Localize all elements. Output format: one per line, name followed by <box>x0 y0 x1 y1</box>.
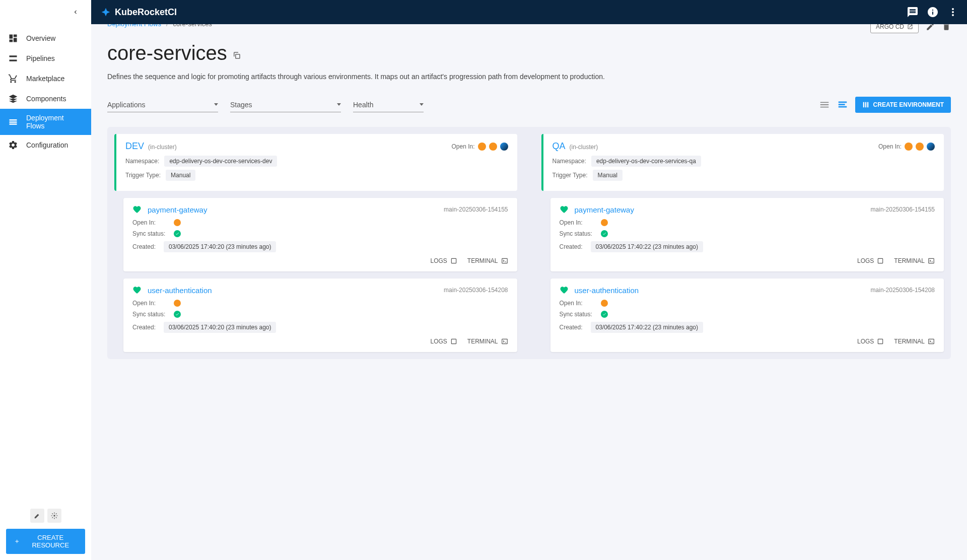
svg-rect-6 <box>878 258 883 263</box>
logs-icon <box>877 257 884 264</box>
logo[interactable]: KubeRocketCI <box>101 7 177 18</box>
sidebar-item-overview[interactable]: Overview <box>0 28 91 48</box>
external-link-icon <box>907 24 913 30</box>
heart-icon <box>560 286 569 295</box>
stage-header: QA (in-cluster) Open In: Namespace:edp-d… <box>541 134 944 191</box>
sidebar-label: Marketplace <box>26 75 64 83</box>
grafana-icon[interactable] <box>489 143 497 151</box>
sync-status-icon <box>601 311 608 318</box>
create-environment-button[interactable]: CREATE ENVIRONMENT <box>855 97 951 113</box>
heart-icon <box>132 205 142 214</box>
terminal-button[interactable]: TERMINAL <box>894 338 935 345</box>
stage-openin: Open In: <box>451 143 508 151</box>
svg-rect-7 <box>929 258 934 263</box>
created-chip: 03/06/2025 17:40:20 (23 minutes ago) <box>164 322 276 333</box>
sidebar-label: Components <box>26 95 66 103</box>
view-stacked-icon[interactable] <box>837 99 848 110</box>
argocd-icon[interactable] <box>905 143 913 151</box>
terminal-icon <box>501 338 508 345</box>
openin-app-icon[interactable] <box>174 219 181 226</box>
sidebar-label: Overview <box>26 34 55 42</box>
svg-rect-9 <box>929 339 934 343</box>
caret-icon <box>420 103 424 106</box>
topbar-actions <box>907 6 959 18</box>
namespace-chip: edp-delivery-os-dev-core-services-qa <box>591 156 701 167</box>
heart-icon <box>132 286 142 295</box>
kibana-icon[interactable] <box>500 143 508 151</box>
sidebar-item-components[interactable]: Components <box>0 89 91 109</box>
chat-icon[interactable] <box>907 6 919 18</box>
svg-rect-3 <box>502 258 507 263</box>
terminal-button[interactable]: TERMINAL <box>467 257 508 264</box>
sidebar-label: Configuration <box>26 141 68 149</box>
argocd-icon[interactable] <box>478 143 486 151</box>
terminal-icon <box>928 338 935 345</box>
created-chip: 03/06/2025 17:40:22 (23 minutes ago) <box>591 322 703 333</box>
terminal-button[interactable]: TERMINAL <box>467 338 508 345</box>
cart-icon <box>8 74 18 84</box>
sidebar-label: Deployment Flows <box>26 114 83 130</box>
logs-icon <box>450 338 457 345</box>
controls-row: Applications Stages Health CREATE ENVIRO… <box>107 97 951 113</box>
more-vert-icon[interactable] <box>947 6 959 18</box>
app-card: user-authentication main-20250306-154208… <box>550 278 944 352</box>
terminal-button[interactable]: TERMINAL <box>894 257 935 264</box>
stage-name[interactable]: QA <box>552 141 566 152</box>
sync-status-icon <box>174 230 181 237</box>
app-name-link[interactable]: payment-gateway <box>575 205 634 214</box>
trigger-chip: Manual <box>593 170 623 181</box>
svg-rect-1 <box>236 54 240 58</box>
filter-stages[interactable]: Stages <box>230 98 341 112</box>
view-list-icon[interactable] <box>819 99 830 110</box>
created-chip: 03/06/2025 17:40:22 (23 minutes ago) <box>591 241 703 252</box>
stage-column: QA (in-cluster) Open In: Namespace:edp-d… <box>541 134 944 352</box>
sidebar-label: Pipelines <box>26 54 55 62</box>
trigger-chip: Manual <box>166 170 195 181</box>
sync-status-icon <box>174 311 181 318</box>
main-content: Deployment Flows / core-services core-se… <box>91 24 967 371</box>
app-name-link[interactable]: user-authentication <box>148 286 212 295</box>
app-version: main-20250306-154208 <box>871 287 935 294</box>
grafana-icon[interactable] <box>916 143 924 151</box>
sidebar-item-pipelines[interactable]: Pipelines <box>0 48 91 68</box>
app-name: KubeRocketCI <box>115 7 177 18</box>
filter-applications[interactable]: Applications <box>107 98 218 112</box>
svg-rect-2 <box>451 258 456 263</box>
app-name-link[interactable]: user-authentication <box>575 286 639 295</box>
stage-name[interactable]: DEV <box>125 141 144 152</box>
logs-icon <box>877 338 884 345</box>
flow-icon <box>8 117 18 127</box>
logs-button[interactable]: LOGS <box>857 338 884 345</box>
kibana-icon[interactable] <box>927 143 935 151</box>
logs-icon <box>450 257 457 264</box>
sidebar: Overview Pipelines Marketplace Component… <box>0 0 91 371</box>
pipeline-icon <box>8 53 18 63</box>
create-env-label: CREATE ENVIRONMENT <box>873 101 944 108</box>
dashboard-icon <box>8 33 18 43</box>
openin-app-icon[interactable] <box>601 300 608 307</box>
app-card: user-authentication main-20250306-154208… <box>123 278 517 352</box>
sync-status-icon <box>601 230 608 237</box>
sidebar-item-marketplace[interactable]: Marketplace <box>0 68 91 89</box>
created-chip: 03/06/2025 17:40:20 (23 minutes ago) <box>164 241 276 252</box>
openin-app-icon[interactable] <box>601 219 608 226</box>
app-card: payment-gateway main-20250306-154155 Ope… <box>123 198 517 271</box>
stage-openin: Open In: <box>878 143 935 151</box>
logs-button[interactable]: LOGS <box>430 338 457 345</box>
copy-icon[interactable] <box>232 51 241 60</box>
stage-column: DEV (in-cluster) Open In: Namespace:edp-… <box>114 134 517 352</box>
app-version: main-20250306-154155 <box>444 206 508 213</box>
info-icon[interactable] <box>927 6 939 18</box>
openin-app-icon[interactable] <box>174 300 181 307</box>
svg-rect-5 <box>502 339 507 343</box>
sidebar-item-deployment-flows[interactable]: Deployment Flows <box>0 109 91 135</box>
sidebar-collapse-button[interactable] <box>0 0 91 24</box>
app-name-link[interactable]: payment-gateway <box>148 205 207 214</box>
sidebar-item-configuration[interactable]: Configuration <box>0 135 91 155</box>
logs-button[interactable]: LOGS <box>857 257 884 264</box>
namespace-chip: edp-delivery-os-dev-core-services-dev <box>164 156 277 167</box>
logs-button[interactable]: LOGS <box>430 257 457 264</box>
filter-health[interactable]: Health <box>353 98 424 112</box>
svg-rect-8 <box>878 339 883 343</box>
chevron-left-icon <box>72 9 79 16</box>
